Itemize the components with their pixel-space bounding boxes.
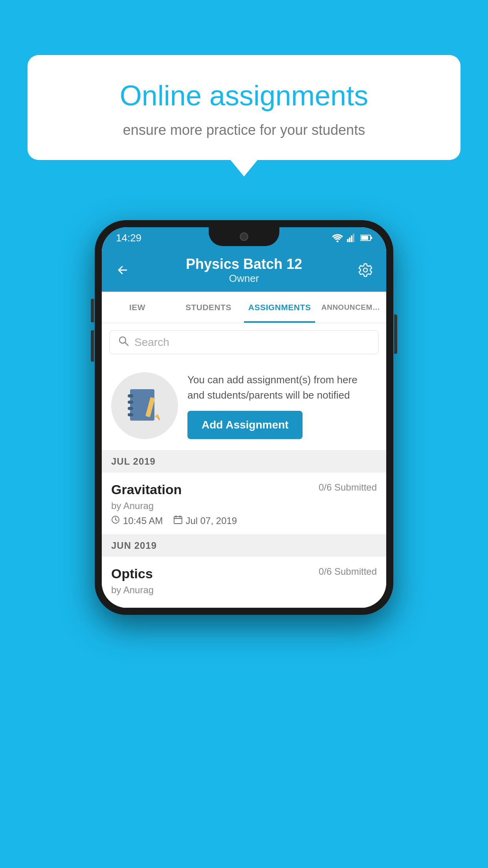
assignment-item-gravitation[interactable]: Gravitation 0/6 Submitted by Anurag: [102, 473, 386, 535]
svg-rect-11: [128, 394, 133, 397]
tab-announcements[interactable]: ANNOUNCEM…: [315, 292, 386, 323]
add-assignment-button[interactable]: Add Assignment: [187, 411, 303, 439]
svg-rect-3: [351, 235, 352, 242]
optics-author: by Anurag: [111, 585, 377, 596]
assignment-date: Jul 07, 2019: [185, 515, 237, 526]
info-text-area: You can add assignment(s) from here and …: [187, 372, 377, 439]
search-icon: [118, 335, 129, 349]
section-header-jun: JUN 2019: [102, 535, 386, 557]
svg-point-0: [337, 241, 339, 243]
assignment-meta: 10:45 AM Jul 07, 2019: [111, 515, 377, 526]
back-button[interactable]: [113, 260, 132, 280]
assignment-title: Gravitation: [111, 482, 182, 497]
battery-icon: [360, 234, 372, 241]
date-meta: Jul 07, 2019: [174, 515, 237, 526]
svg-rect-2: [349, 237, 350, 242]
search-container: Search: [102, 323, 386, 361]
power-button: [394, 314, 397, 354]
front-camera: [240, 232, 248, 241]
tabs-bar: IEW STUDENTS ASSIGNMENTS ANNOUNCEM…: [102, 292, 386, 323]
wifi-icon: [332, 234, 343, 242]
batch-role: Owner: [132, 272, 356, 285]
signal-icon: [347, 234, 356, 242]
svg-line-9: [125, 342, 128, 346]
bubble-title: Online assignments: [59, 79, 429, 112]
tab-iew[interactable]: IEW: [102, 292, 173, 323]
search-placeholder: Search: [134, 336, 169, 349]
settings-button[interactable]: [356, 260, 375, 280]
optics-submitted: 0/6 Submitted: [319, 566, 377, 577]
assignment-time: 10:45 AM: [123, 515, 163, 526]
app-bar-title-group: Physics Batch 12 Owner: [132, 256, 356, 285]
calendar-icon: [174, 515, 182, 526]
notebook-icon: [127, 387, 162, 425]
time-meta: 10:45 AM: [111, 515, 163, 526]
section-month-jun: JUN 2019: [111, 540, 157, 551]
app-bar: Physics Batch 12 Owner: [102, 248, 386, 292]
assignment-author: by Anurag: [111, 500, 377, 511]
notebook-icon-wrap: [111, 372, 178, 439]
svg-rect-21: [174, 517, 182, 524]
phone-device: 14:29: [95, 220, 393, 615]
vol-up-button: [91, 299, 94, 322]
speech-bubble: Online assignments ensure more practice …: [28, 55, 460, 160]
svg-rect-12: [128, 401, 133, 404]
vol-down-button: [91, 330, 94, 362]
status-icons: [332, 234, 372, 242]
status-time: 14:29: [116, 232, 141, 244]
bubble-subtitle: ensure more practice for your students: [59, 122, 429, 138]
info-description: You can add assignment(s) from here and …: [187, 372, 377, 403]
section-header-jul: JUL 2019: [102, 451, 386, 473]
optics-title: Optics: [111, 566, 153, 581]
clock-icon: [111, 515, 120, 526]
svg-rect-13: [128, 407, 133, 410]
assignment-header-optics: Optics 0/6 Submitted: [111, 566, 377, 581]
phone-notch: [209, 227, 279, 246]
assignment-header: Gravitation 0/6 Submitted: [111, 482, 377, 497]
svg-rect-7: [371, 237, 372, 239]
section-month-jul: JUL 2019: [111, 456, 156, 467]
search-box[interactable]: Search: [110, 330, 378, 354]
assignment-submitted: 0/6 Submitted: [319, 482, 377, 493]
svg-rect-4: [353, 234, 354, 242]
svg-rect-6: [361, 236, 368, 240]
promo-section: Online assignments ensure more practice …: [28, 55, 460, 160]
svg-line-20: [116, 520, 117, 520]
svg-rect-1: [347, 239, 349, 242]
tab-assignments[interactable]: ASSIGNMENTS: [244, 292, 315, 323]
info-card: You can add assignment(s) from here and …: [102, 361, 386, 451]
tab-students[interactable]: STUDENTS: [173, 292, 244, 323]
batch-name: Physics Batch 12: [132, 256, 356, 272]
phone-shell: 14:29: [95, 220, 393, 615]
assignment-item-optics[interactable]: Optics 0/6 Submitted by Anurag: [102, 557, 386, 608]
phone-screen: 14:29: [102, 227, 386, 608]
svg-rect-14: [128, 413, 133, 416]
